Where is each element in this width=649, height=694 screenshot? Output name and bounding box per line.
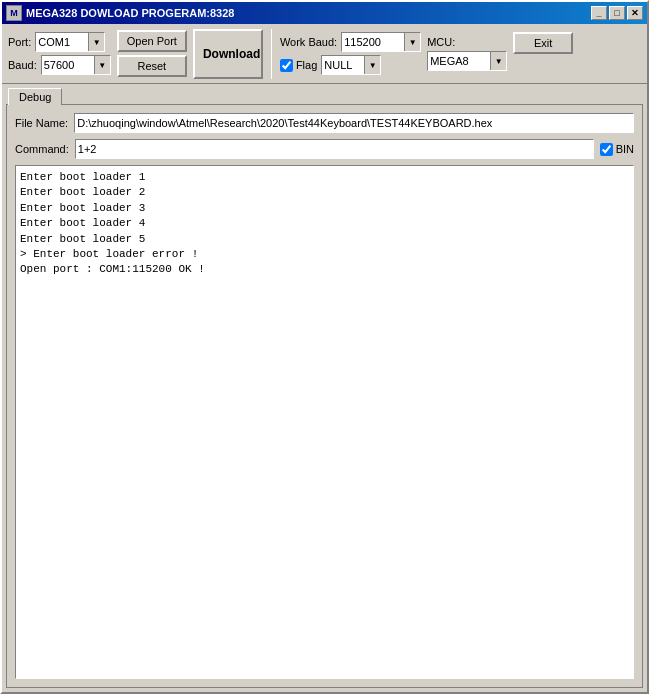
null-select[interactable]: NULL ODD EVEN xyxy=(322,56,372,74)
mcu-select[interactable]: MEGA8 MEGA328 MEGA2560 xyxy=(428,52,505,70)
tab-debug[interactable]: Debug xyxy=(8,88,62,105)
title-bar-left: M MEGA328 DOWLOAD PROGERAM:8328 xyxy=(6,5,234,21)
port-select[interactable]: COM1 COM2 COM3 COM4 xyxy=(36,33,88,51)
port-combo-arrow: ▼ xyxy=(88,33,104,51)
workbaud-select[interactable]: 9600 19200 38400 57600 115200 xyxy=(342,33,399,51)
bin-checkbox[interactable] xyxy=(600,143,613,156)
baud-label: Baud: xyxy=(8,59,37,71)
port-row: Port: COM1 COM2 COM3 COM4 ▼ xyxy=(8,32,111,52)
workbaud-group: Work Baud: 9600 19200 38400 57600 115200… xyxy=(280,32,421,75)
baud-select[interactable]: 9600 19200 38400 57600 115200 xyxy=(42,56,99,74)
filename-label: File Name: xyxy=(15,117,68,129)
mcu-group: MCU: MEGA8 MEGA328 MEGA2560 ▼ xyxy=(427,36,507,71)
port-label: Port: xyxy=(8,36,31,48)
title-bar-buttons: _ □ ✕ xyxy=(591,6,643,20)
command-label: Command: xyxy=(15,143,69,155)
command-input[interactable] xyxy=(75,139,594,159)
mcu-combobox[interactable]: MEGA8 MEGA328 MEGA2560 ▼ xyxy=(427,51,507,71)
flag-checkbox-row: Flag xyxy=(280,59,317,72)
open-port-button[interactable]: Open Port xyxy=(117,30,187,52)
toolbar-separator xyxy=(271,29,272,79)
toolbar: Port: COM1 COM2 COM3 COM4 ▼ Baud: 9600 xyxy=(2,24,647,84)
filename-row: File Name: xyxy=(15,113,634,133)
close-button[interactable]: ✕ xyxy=(627,6,643,20)
mcu-combo-row: MEGA8 MEGA328 MEGA2560 ▼ xyxy=(427,51,507,71)
workbaud-combobox[interactable]: 9600 19200 38400 57600 115200 ▼ xyxy=(341,32,421,52)
baud-row: Baud: 9600 19200 38400 57600 115200 ▼ xyxy=(8,55,111,75)
title-bar: M MEGA328 DOWLOAD PROGERAM:8328 _ □ ✕ xyxy=(2,2,647,24)
workbaud-combo-arrow: ▼ xyxy=(404,33,420,51)
maximize-button[interactable]: □ xyxy=(609,6,625,20)
main-window: M MEGA328 DOWLOAD PROGERAM:8328 _ □ ✕ Po… xyxy=(0,0,649,694)
window-title: MEGA328 DOWLOAD PROGERAM:8328 xyxy=(26,7,234,19)
exit-button[interactable]: Exit xyxy=(513,32,573,54)
app-icon: M xyxy=(6,5,22,21)
mcu-label-row: MCU: xyxy=(427,36,507,48)
mcu-label: MCU: xyxy=(427,36,455,48)
baud-combobox[interactable]: 9600 19200 38400 57600 115200 ▼ xyxy=(41,55,111,75)
workbaud-label: Work Baud: xyxy=(280,36,337,48)
workbaud-row: Work Baud: 9600 19200 38400 57600 115200… xyxy=(280,32,421,52)
command-row: Command: BIN xyxy=(15,139,634,159)
minimize-button[interactable]: _ xyxy=(591,6,607,20)
port-group: Port: COM1 COM2 COM3 COM4 ▼ Baud: 9600 xyxy=(8,32,111,75)
port-combobox[interactable]: COM1 COM2 COM3 COM4 ▼ xyxy=(35,32,105,52)
bin-label: BIN xyxy=(616,143,634,155)
content-area: File Name: Command: BIN Enter boot loade… xyxy=(6,104,643,688)
flag-row: Flag NULL ODD EVEN ▼ xyxy=(280,55,421,75)
flag-checkbox[interactable] xyxy=(280,59,293,72)
filename-input[interactable] xyxy=(74,113,634,133)
tab-strip: Debug xyxy=(2,84,647,104)
reset-button[interactable]: Reset xyxy=(117,55,187,77)
flag-label: Flag xyxy=(296,59,317,71)
null-combobox[interactable]: NULL ODD EVEN ▼ xyxy=(321,55,381,75)
bin-checkbox-row: BIN xyxy=(600,143,634,156)
log-area: Enter boot loader 1 Enter boot loader 2 … xyxy=(15,165,634,679)
download-button[interactable]: Download xyxy=(193,29,263,79)
open-reset-group: Open Port Reset xyxy=(117,30,187,77)
